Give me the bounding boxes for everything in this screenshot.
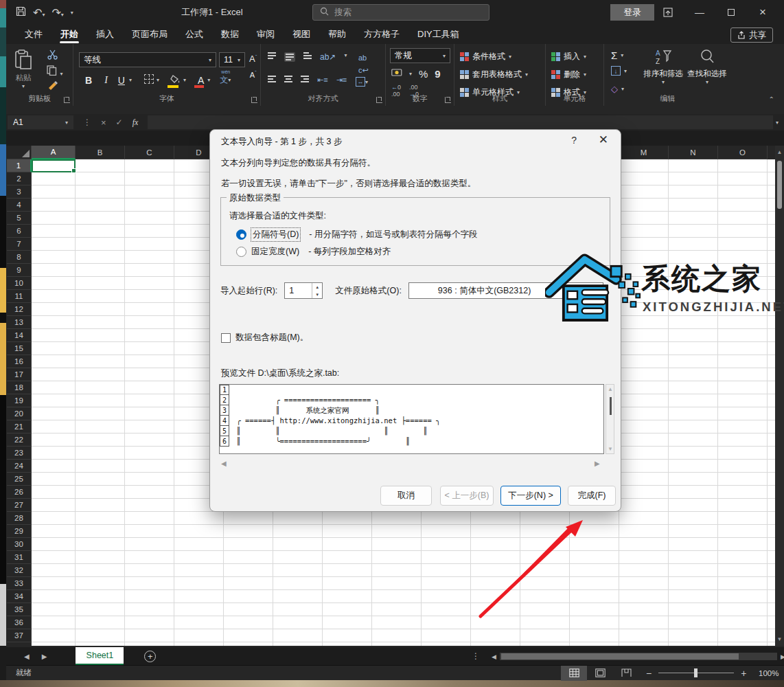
row-header[interactable]: 37 — [7, 629, 32, 642]
ribbon-tab[interactable]: 数据 — [212, 25, 248, 44]
formula-input[interactable] — [148, 115, 773, 129]
name-box[interactable]: A1 ▾ — [8, 115, 73, 129]
font-color-button[interactable]: A — [194, 75, 207, 86]
underline-dropdown[interactable]: ▾ — [129, 77, 132, 83]
cut-button[interactable] — [47, 49, 58, 63]
sheet-tab-active[interactable]: Sheet1 — [76, 647, 124, 665]
back-button[interactable]: < 上一步(B) — [440, 486, 494, 506]
preview-scroll-left-icon[interactable]: ◀ — [221, 460, 227, 467]
redo-button[interactable]: ↷▾ — [51, 6, 63, 19]
ribbon-tab[interactable]: 插入 — [87, 25, 123, 44]
sort-filter-button[interactable]: AZ 排序和筛选 ▾ — [643, 48, 684, 85]
delete-cells-button[interactable]: 删除▾ — [551, 69, 586, 80]
radio-delimited[interactable] — [236, 229, 246, 240]
radio-delimited-row[interactable]: 分隔符号(D) - 用分隔字符，如逗号或制表符分隔每个字段 — [236, 228, 478, 241]
vertical-scroll-thumb[interactable] — [777, 161, 782, 209]
clear-button[interactable]: ◇▾ — [611, 84, 624, 94]
conditional-formatting-button[interactable]: 条件格式▾ — [460, 51, 511, 63]
spin-up-icon[interactable]: ▲ — [312, 283, 322, 291]
align-bottom-button[interactable] — [303, 52, 312, 62]
row-header[interactable]: 24 — [7, 460, 32, 473]
increase-indent-button[interactable]: ⇥≡ — [336, 76, 347, 85]
row-header[interactable]: 7 — [7, 238, 32, 251]
paste-button[interactable]: 粘贴 ▾ — [14, 49, 32, 89]
shrink-font-button[interactable]: Aˇ — [250, 69, 257, 79]
italic-button[interactable]: I — [98, 75, 114, 86]
ribbon-tab[interactable]: 审阅 — [248, 25, 284, 44]
radio-fixed-label[interactable]: 固定宽度(W) — [251, 246, 299, 258]
row-header[interactable]: 5 — [7, 212, 32, 225]
row-header[interactable]: 36 — [7, 616, 32, 629]
radio-fixed-width[interactable] — [236, 247, 246, 257]
font-launcher-icon[interactable] — [251, 97, 257, 103]
number-launcher-icon[interactable] — [445, 97, 451, 103]
row-header[interactable]: 25 — [7, 473, 32, 486]
format-painter-button[interactable] — [47, 80, 58, 93]
undo-button[interactable]: ↶▾ — [33, 6, 45, 19]
spin-down-icon[interactable]: ▼ — [312, 291, 322, 298]
phonetic-dropdown[interactable]: ▾ — [228, 77, 231, 83]
fill-button[interactable]: ↓▾ — [611, 66, 627, 76]
save-icon[interactable] — [16, 6, 26, 19]
copy-button[interactable]: ▾ — [46, 65, 62, 78]
header-checkbox[interactable] — [221, 333, 231, 343]
comma-style-button[interactable]: 9 — [435, 68, 440, 80]
align-middle-button[interactable] — [284, 52, 295, 62]
phonetic-button[interactable]: wén 文 — [220, 74, 228, 86]
row-header[interactable]: 15 — [7, 342, 32, 355]
preview-scroll-down-icon[interactable]: ▼ — [608, 446, 613, 452]
search-input[interactable]: 搜索 — [312, 4, 489, 21]
horizontal-scrollbar[interactable]: ◀ ▶ — [492, 652, 784, 661]
insert-function-icon[interactable]: fx — [132, 117, 139, 128]
column-header[interactable]: A — [32, 146, 76, 159]
row-header[interactable]: 20 — [7, 407, 32, 420]
ribbon-tab[interactable]: 公式 — [176, 25, 212, 44]
orientation-button[interactable]: ab↗ — [320, 52, 336, 62]
start-row-spinner[interactable]: 1 ▲▼ — [284, 282, 323, 299]
bold-button[interactable]: B — [79, 75, 98, 86]
view-page-layout-button[interactable] — [587, 666, 613, 681]
row-header[interactable]: 16 — [7, 355, 32, 368]
sheet-nav-left-icon[interactable]: ◀ — [24, 653, 30, 660]
scroll-down-icon[interactable]: ▼ — [775, 636, 784, 642]
row-header[interactable]: 6 — [7, 225, 32, 238]
sheet-nav-right-icon[interactable]: ▶ — [42, 653, 47, 660]
row-header[interactable]: 26 — [7, 486, 32, 499]
dialog-close-button[interactable]: ✕ — [599, 133, 608, 147]
column-header[interactable]: N — [669, 146, 718, 159]
zoom-slider[interactable] — [658, 673, 734, 673]
paste-dropdown[interactable]: ▾ — [14, 83, 32, 89]
row-header[interactable]: 14 — [7, 329, 32, 342]
copy-dropdown[interactable]: ▾ — [60, 71, 62, 77]
ribbon-tab[interactable]: 帮助 — [319, 25, 355, 44]
row-header[interactable]: 38 — [7, 642, 32, 646]
ribbon-display-options-button[interactable] — [653, 0, 683, 25]
view-page-break-button[interactable] — [613, 666, 639, 681]
row-header[interactable]: 11 — [7, 290, 32, 303]
expand-formula-bar-icon[interactable]: ▾ — [776, 120, 779, 126]
cancel-button[interactable]: 取消 — [380, 486, 432, 506]
zoom-level[interactable]: 100% — [759, 669, 779, 677]
row-header[interactable]: 10 — [7, 277, 32, 290]
column-header[interactable]: C — [125, 146, 174, 159]
row-header[interactable]: 3 — [7, 185, 32, 199]
scroll-up-icon[interactable]: ▲ — [775, 149, 784, 155]
row-header[interactable]: 18 — [7, 381, 32, 394]
merge-center-button[interactable]: ↔ ▾ — [356, 77, 368, 87]
row-header[interactable]: 21 — [7, 420, 32, 433]
collapse-ribbon-button[interactable]: ⌃ — [769, 95, 774, 103]
row-header[interactable]: 17 — [7, 368, 32, 381]
zoom-slider-handle[interactable] — [694, 668, 697, 677]
horizontal-scroll-thumb[interactable] — [501, 653, 739, 660]
hscroll-right-icon[interactable]: ▶ — [777, 653, 784, 660]
merge-dropdown[interactable]: ▾ — [365, 79, 368, 85]
row-header[interactable]: 4 — [7, 199, 32, 212]
format-as-table-button[interactable]: 套用表格格式▾ — [460, 69, 528, 80]
radio-delimited-label[interactable]: 分隔符号(D) — [251, 228, 300, 241]
row-header[interactable]: 13 — [7, 316, 32, 329]
next-button[interactable]: 下一步(N) > — [500, 486, 561, 506]
decrease-indent-button[interactable]: ⇤≡ — [317, 76, 328, 85]
accounting-dropdown[interactable]: ▾ — [409, 71, 412, 77]
accounting-format-button[interactable] — [391, 67, 402, 80]
preview-scroll-right-icon[interactable]: ▶ — [595, 460, 600, 467]
